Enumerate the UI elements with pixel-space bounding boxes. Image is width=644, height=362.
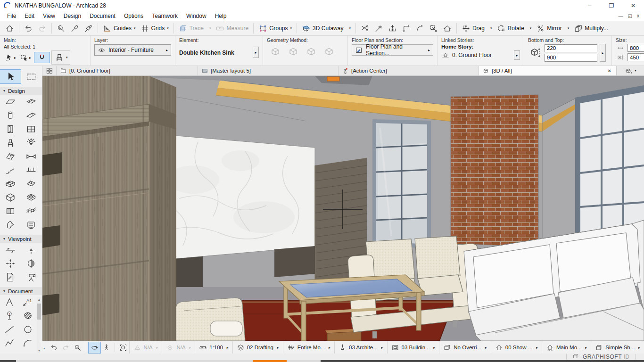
- fit-in-window-button[interactable]: [117, 342, 129, 353]
- lamp-tool[interactable]: [21, 136, 41, 149]
- bottom-scrollbar[interactable]: [0, 360, 644, 362]
- media-unit-right[interactable]: [274, 246, 315, 277]
- shell-tool[interactable]: [21, 149, 41, 163]
- layer-combination-combo[interactable]: 02 Drafting ▸: [232, 341, 283, 354]
- graphisoft-brand[interactable]: GRAPHISOFT: [583, 354, 622, 360]
- undo-button[interactable]: [22, 22, 35, 34]
- panel-tool[interactable]: [0, 204, 21, 218]
- text-tool[interactable]: [0, 295, 18, 309]
- freeform-tool[interactable]: [0, 218, 21, 231]
- intersect-button[interactable]: [399, 22, 413, 34]
- toolbox-scrollbar-thumb[interactable]: [37, 304, 41, 320]
- graphic-override-combo[interactable]: No Overri... ▸: [439, 341, 490, 354]
- resize-button[interactable]: [427, 22, 440, 34]
- fill-tool[interactable]: [18, 309, 37, 322]
- view-undo-button[interactable]: [48, 342, 60, 353]
- tab-3d-all[interactable]: [3D / All] ✕: [479, 66, 617, 75]
- grids-button[interactable]: Grids▾: [138, 22, 171, 34]
- fillet-button[interactable]: [413, 22, 427, 34]
- split-button[interactable]: [358, 22, 372, 34]
- layer-combo[interactable]: Interior - Furniture ▸: [94, 44, 171, 56]
- dimension-tool[interactable]: A1: [18, 295, 37, 309]
- arc-tool[interactable]: [18, 336, 37, 350]
- toolbox-section-design[interactable]: ▾Design: [0, 87, 42, 95]
- arrow-tool[interactable]: [0, 70, 21, 83]
- multiply-button[interactable]: Multiply...: [571, 22, 611, 34]
- doc-restore-icon[interactable]: ◱: [628, 13, 632, 18]
- explore-walk-button[interactable]: [100, 342, 112, 353]
- marquee-tools-button[interactable]: ▸: [19, 52, 33, 63]
- adjust-button[interactable]: [372, 22, 386, 34]
- curtain-wall-tool[interactable]: [0, 177, 21, 190]
- interior-elevation-tool[interactable]: [0, 256, 21, 270]
- 3d-scene[interactable]: [42, 76, 644, 341]
- drag-button[interactable]: Drag▾: [459, 22, 495, 34]
- pick-up-parameters-button[interactable]: [68, 22, 82, 34]
- menu-edit[interactable]: Edit: [20, 12, 39, 20]
- menu-options[interactable]: Options: [120, 12, 148, 20]
- orbit-button[interactable]: [89, 342, 100, 353]
- 3d-cutaway-button[interactable]: 3D Cutaway▾: [299, 22, 353, 34]
- object-tool[interactable]: [0, 136, 21, 149]
- tab-3d-all-close-icon[interactable]: ✕: [606, 68, 613, 74]
- minimize-button[interactable]: –: [579, 0, 601, 11]
- menu-document[interactable]: Document: [85, 12, 120, 20]
- model-view-options-combo[interactable]: 03 Buildin... ▸: [387, 341, 439, 354]
- zoom-in-button[interactable]: [72, 342, 83, 353]
- chaise-cream[interactable]: [176, 298, 245, 341]
- restore-button[interactable]: ❐: [601, 0, 622, 11]
- beam-tool[interactable]: [21, 108, 41, 122]
- tab-master-layout[interactable]: [Master layout 5] ✕: [198, 66, 339, 75]
- mesh-tool[interactable]: [21, 204, 41, 218]
- magnet-toggle-button[interactable]: [34, 52, 50, 63]
- window-left[interactable]: [372, 119, 431, 248]
- mirror-button[interactable]: Mirror▾: [534, 22, 571, 34]
- opening-tool[interactable]: [21, 190, 41, 204]
- renovation-combo[interactable]: 00 Show ... ▸: [491, 341, 542, 354]
- worksheet-tool[interactable]: [0, 270, 21, 284]
- home-button[interactable]: [3, 22, 17, 34]
- zone-tool[interactable]: [21, 218, 41, 231]
- elevation-tool[interactable]: [21, 243, 41, 256]
- groups-button[interactable]: Groups▾: [256, 22, 294, 34]
- circle-tool[interactable]: [18, 322, 37, 336]
- quad-view-button[interactable]: [42, 66, 57, 75]
- stretch-button[interactable]: [440, 22, 454, 34]
- find-select-button[interactable]: [54, 22, 68, 34]
- size-height-input[interactable]: [627, 53, 644, 61]
- menu-design[interactable]: Design: [59, 12, 85, 20]
- size-width-input[interactable]: [627, 44, 644, 52]
- shadow-combo[interactable]: Simple Sh... ▸: [591, 341, 644, 354]
- doc-minimize-icon[interactable]: —: [619, 13, 623, 18]
- camera-tool[interactable]: [21, 270, 41, 284]
- menu-file[interactable]: File: [3, 12, 20, 20]
- statusbar-collapse-icon[interactable]: ⌄: [41, 345, 48, 350]
- doc-close-icon[interactable]: x: [637, 13, 639, 18]
- slab-tool[interactable]: [21, 95, 41, 108]
- skylight-tool[interactable]: [21, 177, 41, 190]
- tab-ground-floor[interactable]: [0. Ground Floor] ✕: [57, 66, 198, 75]
- wall-tool[interactable]: [0, 95, 21, 108]
- roof-tool[interactable]: [0, 149, 21, 163]
- menu-window[interactable]: Window: [182, 12, 211, 20]
- window-tool[interactable]: [21, 122, 41, 136]
- railing-tool[interactable]: [21, 163, 41, 177]
- 3d-view-mode-button[interactable]: ▾: [617, 66, 644, 75]
- wood-shelf-unit[interactable]: [42, 76, 176, 341]
- polyline-tool[interactable]: [0, 336, 18, 350]
- toolbox-section-viewpoint[interactable]: ▾Viewpoint: [0, 235, 42, 243]
- elevate-button[interactable]: [386, 22, 399, 34]
- bottom-top-flyout-button[interactable]: ▸: [600, 44, 606, 62]
- line-tool[interactable]: [0, 322, 18, 336]
- 3d-viewport[interactable]: [42, 76, 644, 341]
- detail-tool[interactable]: [21, 256, 41, 270]
- stair-tool[interactable]: [0, 163, 21, 177]
- pen-set-combo[interactable]: Entire Mo... ▸: [283, 341, 334, 354]
- menu-help[interactable]: Help: [211, 12, 231, 20]
- 3d-style-combo[interactable]: Main Mo... ▸: [542, 341, 591, 354]
- rotate-button[interactable]: Rotate▾: [494, 22, 534, 34]
- inject-parameters-button[interactable]: [82, 22, 95, 34]
- menu-teamwork[interactable]: Teamwork: [148, 12, 182, 20]
- menu-view[interactable]: View: [39, 12, 59, 20]
- guides-button[interactable]: Guides▾: [100, 22, 138, 34]
